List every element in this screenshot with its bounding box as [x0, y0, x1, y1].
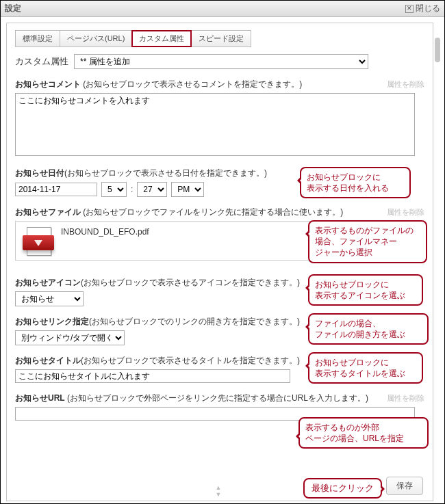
- tab-page-path[interactable]: ページパス(URL): [60, 30, 132, 47]
- date-title: お知らせ日付: [15, 168, 64, 179]
- callout-title: お知らせブロックに表示するタイトルを選ぶ: [308, 352, 423, 384]
- callout-link: ファイルの場合、ファイルの開き方を選ぶ: [308, 313, 429, 345]
- hour-select[interactable]: 5: [101, 182, 127, 197]
- tab-standard[interactable]: 標準設定: [15, 30, 60, 47]
- icon-select[interactable]: お知らせ: [15, 291, 84, 306]
- link-title: お知らせリンク指定: [15, 316, 89, 328]
- link-hint: (お知らせブロックでのリンクの開き方を指定できます。): [89, 316, 300, 328]
- date-hint: (お知らせブロックで表示させる日付を指定できます。): [64, 168, 267, 179]
- settings-panel: 標準設定 ページパス(URL) カスタム属性 スピード設定 カスタム属性 ** …: [6, 23, 433, 501]
- file-name: INBOUND_DL_EFO.pdf: [61, 227, 149, 237]
- scrollbar[interactable]: [435, 38, 440, 476]
- callout-save: 最後にクリック: [303, 478, 382, 499]
- custom-attr-row: カスタム属性 ** 属性を追加: [15, 54, 424, 69]
- title-hint: (お知らせブロックで表示させるタイトルを指定できます。): [81, 355, 300, 367]
- time-separator: :: [131, 185, 133, 194]
- minute-select[interactable]: 27: [137, 182, 167, 197]
- callout-date: お知らせブロックに表示する日付を入れる: [300, 167, 411, 198]
- window-title: 設定: [5, 3, 405, 14]
- url-label-row: お知らせURL (お知らせブロックで外部ページをリンク先に指定する場合にURLを…: [15, 393, 424, 404]
- file-label-row: お知らせファイル (お知らせブロックでファイルをリンク先に指定する場合に使います…: [15, 207, 424, 218]
- icon-hint: (お知らせブロックで表示させるアイコンを指定できます。): [81, 277, 300, 289]
- scrollbar-thumb[interactable]: [435, 38, 440, 62]
- date-input[interactable]: [15, 183, 97, 196]
- save-button[interactable]: 保存: [386, 477, 423, 495]
- callout-save-text: 最後にクリック: [312, 483, 374, 493]
- section-date: お知らせ日付 (お知らせブロックで表示させる日付を指定できます。) 5 : 27…: [15, 168, 424, 197]
- delete-attr-file[interactable]: 属性を削除: [387, 207, 424, 217]
- section-title: お知らせタイトル (お知らせブロックで表示させるタイトルを指定できます。) お知…: [15, 355, 424, 383]
- settings-window: 設定 ✕ 閉じる 標準設定 ページパス(URL) カスタム属性 スピード設定 カ…: [0, 0, 445, 504]
- date-controls: 5 : 27 PM お知らせブロックに表示する日付を入れる: [15, 182, 424, 197]
- close-button[interactable]: ✕ 閉じる: [405, 3, 440, 14]
- delete-attr-comment[interactable]: 属性を削除: [387, 79, 424, 90]
- tab-custom-attr[interactable]: カスタム属性: [131, 30, 192, 47]
- delete-attr-url[interactable]: 属性を削除: [387, 393, 424, 403]
- section-url: お知らせURL (お知らせブロックで外部ページをリンク先に指定する場合にURLを…: [15, 393, 424, 421]
- tab-speed[interactable]: スピード設定: [191, 30, 251, 47]
- section-icon: お知らせアイコン (お知らせブロックで表示させるアイコンを指定できます。) お知…: [15, 277, 424, 306]
- pdf-icon: [23, 226, 54, 257]
- title-title: お知らせタイトル: [15, 355, 81, 367]
- ampm-select[interactable]: PM: [171, 182, 204, 197]
- comment-hint: (お知らせブロックで表示させるコメントを指定できます。): [81, 79, 302, 89]
- file-hint: (お知らせブロックでファイルをリンク先に指定する場合に使います。): [81, 207, 343, 217]
- comment-textarea[interactable]: [15, 93, 415, 156]
- custom-attr-label: カスタム属性: [15, 55, 68, 68]
- url-title: お知らせURL: [15, 393, 65, 403]
- comment-title: お知らせコメント: [15, 79, 81, 89]
- close-icon: ✕: [405, 5, 414, 13]
- comment-label-row: お知らせコメント (お知らせブロックで表示させるコメントを指定できます。) 属性…: [15, 79, 424, 90]
- scroll-hint-icon: ▲▼: [216, 484, 225, 498]
- titlebar: 設定 ✕ 閉じる: [1, 1, 444, 17]
- body-area: 標準設定 ページパス(URL) カスタム属性 スピード設定 カスタム属性 ** …: [1, 17, 444, 503]
- callout-file: 表示するものがファイルの場合、ファイルマネージャーから選択: [308, 220, 427, 263]
- callout-url: 表示するものが外部ページの場合、URLを指定: [298, 417, 429, 449]
- section-comment: お知らせコメント (お知らせブロックで表示させるコメントを指定できます。) 属性…: [15, 79, 424, 158]
- section-file: お知らせファイル (お知らせブロックでファイルをリンク先に指定する場合に使います…: [15, 207, 424, 261]
- tabs: 標準設定 ページパス(URL) カスタム属性 スピード設定: [15, 30, 424, 47]
- close-label: 閉じる: [416, 3, 440, 14]
- section-link: お知らせリンク指定 (お知らせブロックでのリンクの開き方を指定できます。) 別ウ…: [15, 316, 424, 345]
- url-hint: (お知らせブロックで外部ページをリンク先に指定する場合にURLを入力します。): [65, 393, 368, 403]
- title-input[interactable]: [15, 369, 290, 383]
- icon-title: お知らせアイコン: [15, 277, 81, 289]
- custom-attr-select[interactable]: ** 属性を追加: [74, 54, 368, 69]
- link-select[interactable]: 別ウィンドウ/タブで開く: [15, 330, 125, 345]
- file-title: お知らせファイル: [15, 207, 81, 217]
- callout-icon: お知らせブロックに表示するアイコンを選ぶ: [308, 274, 423, 306]
